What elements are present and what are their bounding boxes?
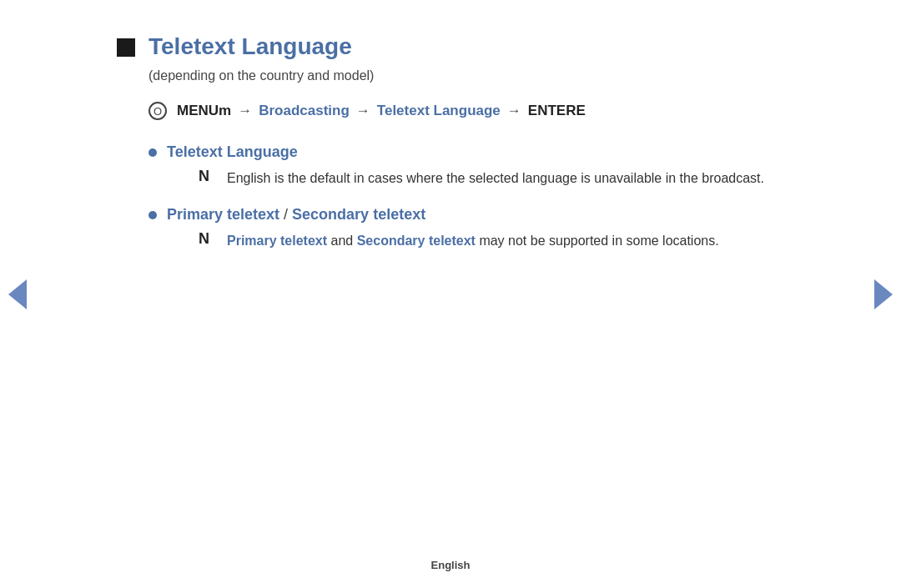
bullet-label-primary: Primary teletext / Secondary teletext xyxy=(167,206,425,224)
bullet-section-primary: Primary teletext / Secondary teletext N … xyxy=(148,206,784,252)
bullet-section-teletext: Teletext Language N English is the defau… xyxy=(148,143,784,189)
primary-teletext-note: Primary teletext xyxy=(227,234,327,248)
broadcasting-link: Broadcasting xyxy=(259,103,350,119)
teletext-language-link: Teletext Language xyxy=(377,103,501,119)
arrow3: → xyxy=(507,103,521,119)
note-block-teletext: N English is the default in cases where … xyxy=(199,168,784,189)
arrow1: → xyxy=(238,103,252,119)
page-title: Teletext Language xyxy=(148,33,352,60)
circle-icon: O xyxy=(148,102,167,120)
may-not-text: may not be supported in some locations. xyxy=(479,234,718,248)
prev-page-button[interactable] xyxy=(8,279,27,309)
note-text-primary: Primary teletext and Secondary teletext … xyxy=(227,230,719,252)
section-title: Teletext Language xyxy=(117,33,784,60)
arrow2: → xyxy=(356,103,370,119)
bullet-label-teletext: Teletext Language xyxy=(167,143,298,161)
note-block-primary: N Primary teletext and Secondary teletex… xyxy=(199,230,784,252)
note-n-icon-2: N xyxy=(199,230,215,248)
menu-label: MENUm xyxy=(177,103,231,119)
primary-teletext-label: Primary teletext xyxy=(167,206,279,223)
and-text: and xyxy=(331,234,357,248)
secondary-teletext-note: Secondary teletext xyxy=(357,234,476,248)
menu-path: O MENUm → Broadcasting → Teletext Langua… xyxy=(148,102,784,120)
footer-language: English xyxy=(431,559,471,571)
bullet-dot-icon-2 xyxy=(148,211,157,219)
note-n-icon: N xyxy=(199,168,215,185)
next-page-button[interactable] xyxy=(874,279,893,309)
note-text-teletext: English is the default in cases where th… xyxy=(227,168,764,189)
secondary-teletext-label: Secondary teletext xyxy=(292,206,425,223)
main-content: Teletext Language (depending on the coun… xyxy=(50,0,851,301)
enter-label: ENTERE xyxy=(528,103,586,119)
slash-separator: / xyxy=(279,206,292,223)
subtitle: (depending on the country and model) xyxy=(148,68,784,83)
bullet-item-primary: Primary teletext / Secondary teletext xyxy=(148,206,784,224)
black-square-icon xyxy=(117,38,135,57)
bullet-dot-icon xyxy=(148,148,157,157)
bullet-item-teletext: Teletext Language xyxy=(148,143,784,161)
